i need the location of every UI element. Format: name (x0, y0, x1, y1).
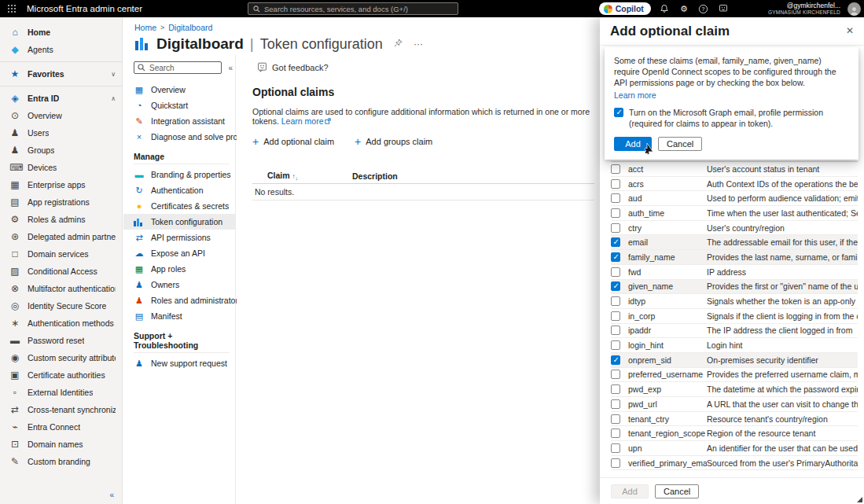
sidebar-item-favorites[interactable]: ★Favorites∨ (0, 65, 122, 83)
sidebar-item-app-registrations[interactable]: ▤App registrations (0, 193, 122, 211)
waffle-icon[interactable] (0, 0, 24, 17)
copilot-button[interactable]: Copilot (599, 2, 651, 15)
menu-item-token-configuration[interactable]: Token configuration (123, 214, 235, 230)
claim-row-acrs[interactable]: acrsAuth Context IDs of the operations t… (611, 177, 858, 192)
sidebar-item-overview[interactable]: ⊙Overview (0, 107, 122, 124)
claim-checkbox[interactable] (611, 296, 620, 306)
breadcrumb-digitalboard[interactable]: Digitalboard (168, 23, 212, 32)
settings-gear-icon[interactable]: ⚙ (678, 2, 690, 15)
avatar[interactable] (847, 2, 861, 16)
learn-more-link[interactable]: Learn more (281, 116, 324, 126)
claim-checkbox[interactable] (611, 252, 620, 262)
claim-row-tenant-ctry[interactable]: tenant_ctryResource tenant's country/reg… (611, 412, 858, 427)
app-menu-collapse-button[interactable]: « (228, 64, 233, 72)
sidebar-collapse-button[interactable]: « (109, 491, 114, 499)
sidebar-item-enterprise-apps[interactable]: ▦Enterprise apps (0, 176, 122, 193)
sidebar-item-roles-admins[interactable]: ⚙Roles & admins (0, 211, 122, 228)
menu-item-expose-an-api[interactable]: ☁Expose an API (123, 245, 235, 261)
sidebar-item-password-reset[interactable]: ▬Password reset (0, 332, 122, 349)
panel-add-button[interactable]: Add (611, 484, 649, 498)
notifications-bell-icon[interactable] (658, 2, 671, 15)
learn-more-link[interactable]: Learn more (614, 90, 656, 100)
claim-row-verified-primary-email[interactable]: verified_primary_emailSourced from the u… (611, 456, 858, 471)
claim-checkbox[interactable] (611, 179, 620, 189)
sidebar-item-custom-security-attributes[interactable]: ◉Custom security attributes (0, 349, 122, 366)
dialog-cancel-button[interactable]: Cancel (658, 137, 702, 151)
sidebar-item-groups[interactable]: ♟Groups (0, 142, 122, 159)
claim-checkbox[interactable] (611, 311, 620, 321)
claim-row-acct[interactable]: acctUser's account status in tenant (611, 162, 858, 177)
app-menu-search[interactable] (134, 61, 224, 74)
claim-checkbox[interactable] (611, 193, 620, 203)
claim-checkbox[interactable] (611, 414, 620, 424)
claim-row-idtyp[interactable]: idtypSignals whether the token is an app… (611, 294, 858, 309)
add-optional-claim-button[interactable]: + Add optional claim (252, 136, 334, 147)
menu-item-new-support-request[interactable]: ♟New support request (123, 355, 235, 371)
sidebar-item-entra-id[interactable]: ◈Entra ID∧ (0, 90, 122, 107)
sidebar-item-identity-secure-score[interactable]: ◎Identity Secure Score (0, 297, 122, 315)
claim-checkbox[interactable] (611, 458, 620, 468)
menu-item-certificates-secrets[interactable]: ●Certificates & secrets (123, 198, 235, 214)
claim-row-upn[interactable]: upnAn identifier for the user that can b… (611, 441, 858, 456)
add-groups-claim-button[interactable]: + Add groups claim (355, 136, 432, 147)
got-feedback-button[interactable]: Got feedback? (257, 62, 600, 72)
sidebar-item-domain-names[interactable]: ⊡Domain names (0, 436, 122, 453)
pin-icon[interactable] (394, 39, 403, 50)
sidebar-item-users[interactable]: ♟Users (0, 124, 122, 142)
claim-checkbox[interactable] (611, 208, 620, 218)
menu-item-overview[interactable]: ▦Overview (123, 82, 235, 97)
menu-item-integration-assistant[interactable]: ✎Integration assistant (123, 113, 235, 129)
claim-row-login-hint[interactable]: login_hintLogin hint (611, 338, 858, 353)
sidebar-item-entra-connect[interactable]: ⌁Entra Connect (0, 418, 122, 436)
claim-row-onprem-sid[interactable]: onprem_sidOn-premises security identifie… (611, 353, 858, 368)
help-icon[interactable]: ? (697, 2, 710, 15)
sidebar-item-custom-branding[interactable]: ✎Custom branding (0, 453, 122, 470)
global-search[interactable] (248, 2, 458, 15)
sidebar-item-domain-services[interactable]: □Domain services (0, 245, 122, 263)
claim-checkbox[interactable] (611, 326, 620, 335)
breadcrumb-home[interactable]: Home (134, 23, 156, 32)
claim-row-ipaddr[interactable]: ipaddrThe IP address the client logged i… (611, 324, 858, 339)
claim-checkbox[interactable] (611, 355, 620, 365)
claim-checkbox[interactable] (611, 223, 620, 233)
claim-row-ctry[interactable]: ctryUser's country/region (611, 221, 858, 236)
account-info[interactable]: @gymkirchenfel... GYMNASIUM KIRCHENFELD (740, 2, 840, 16)
sidebar-item-certificate-authorities[interactable]: ▣Certificate authorities (0, 366, 122, 384)
menu-item-manifest[interactable]: ▤Manifest (123, 308, 235, 324)
menu-item-api-permissions[interactable]: ⇄API permissions (123, 230, 235, 245)
claim-row-pwd-url[interactable]: pwd_urlA URL that the user can visit to … (611, 397, 858, 412)
claim-row-fwd[interactable]: fwdIP address (611, 265, 858, 280)
claim-row-preferred-username[interactable]: preferred_usernameProvides the preferred… (611, 368, 858, 383)
global-search-input[interactable] (264, 5, 453, 13)
claim-row-auth-time[interactable]: auth_timeTime when the user last authent… (611, 206, 858, 221)
claim-checkbox[interactable] (611, 443, 620, 453)
close-icon[interactable]: ✕ (846, 25, 854, 36)
menu-item-owners[interactable]: ♟Owners (123, 277, 235, 292)
menu-item-authentication[interactable]: ↻Authentication (123, 182, 235, 198)
claim-row-pwd-exp[interactable]: pwd_expThe datetime at which the passwor… (611, 382, 858, 397)
claim-checkbox[interactable] (611, 267, 620, 277)
menu-item-diagnose-and-solve-problems[interactable]: ×Diagnose and solve problems (123, 129, 235, 145)
sidebar-item-delegated-admin-partners[interactable]: ⊛Delegated admin partners (0, 228, 122, 245)
claim-checkbox[interactable] (611, 429, 620, 438)
claim-checkbox[interactable] (611, 370, 620, 379)
claim-checkbox[interactable] (611, 281, 620, 291)
sidebar-item-home[interactable]: ⌂Home (0, 24, 122, 41)
app-menu-search-input[interactable] (134, 61, 222, 74)
menu-item-branding-properties[interactable]: ▬Branding & properties (123, 167, 235, 182)
sidebar-item-multifactor-authentication[interactable]: ⊗Multifactor authentication (0, 280, 122, 297)
claim-row-email[interactable]: emailThe addressable email for this user… (611, 235, 858, 250)
more-options-icon[interactable]: ··· (414, 39, 423, 50)
claim-row-aud[interactable]: audUsed to perform audience validation; … (611, 191, 858, 206)
claim-row-family-name[interactable]: family_nameProvides the last name, surna… (611, 250, 858, 265)
panel-cancel-button[interactable]: Cancel (655, 484, 699, 498)
menu-item-quickstart[interactable]: ◔Quickstart (123, 97, 235, 113)
claim-checkbox[interactable] (611, 164, 620, 174)
claim-column-header[interactable]: Claim ↑↓ (252, 171, 352, 181)
claim-checkbox[interactable] (611, 384, 620, 394)
sidebar-item-devices[interactable]: ⌨Devices (0, 159, 122, 176)
claim-checkbox[interactable] (611, 237, 620, 247)
sidebar-item-conditional-access[interactable]: ▨Conditional Access (0, 263, 122, 280)
sidebar-item-cross-tenant-synchronization[interactable]: ⇄Cross-tenant synchronization (0, 401, 122, 418)
menu-item-app-roles[interactable]: ▦App roles (123, 261, 235, 277)
